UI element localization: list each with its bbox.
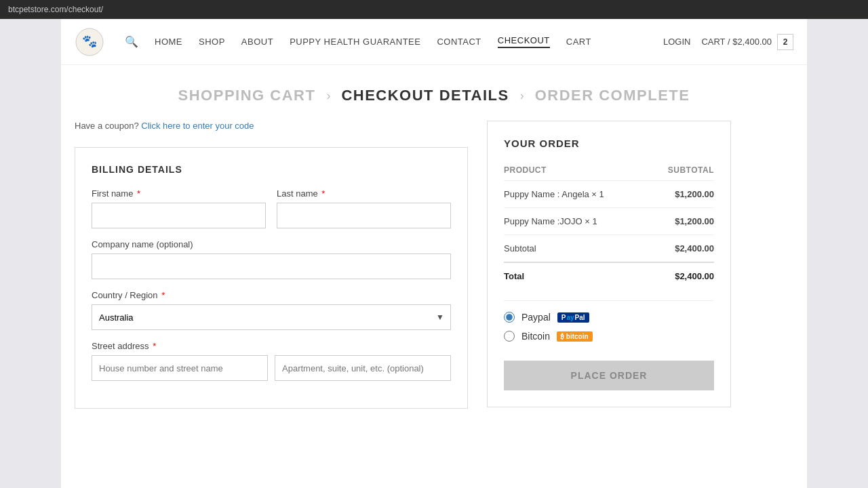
- item-1-name: Puppy Name : Angela × 1: [504, 181, 648, 208]
- item-1-price: $1,200.00: [648, 181, 714, 208]
- apartment-input[interactable]: [275, 355, 451, 381]
- item-2-price: $1,200.00: [648, 208, 714, 235]
- first-name-input[interactable]: [92, 203, 266, 228]
- company-name-group: Company name (optional): [92, 239, 451, 279]
- breadcrumb-checkout[interactable]: CHECKOUT DETAILS: [341, 87, 509, 104]
- country-select[interactable]: Australia United States United Kingdom C…: [92, 304, 451, 330]
- total-label: Total: [504, 262, 648, 289]
- last-name-group: Last name *: [277, 188, 451, 228]
- header-right: LOGIN CART / $2,400.00 2: [663, 34, 793, 50]
- coupon-link[interactable]: Click here to enter your code: [141, 121, 254, 131]
- cart-area[interactable]: CART / $2,400.00 2: [701, 34, 793, 50]
- breadcrumb: SHOPPING CART › CHECKOUT DETAILS › ORDER…: [61, 65, 807, 121]
- subtotal-value: $2,400.00: [648, 235, 714, 263]
- billing-title: BILLING DETAILS: [92, 164, 451, 175]
- bitcoin-label: Bitcoin: [521, 331, 550, 342]
- login-link[interactable]: LOGIN: [663, 37, 690, 47]
- nav-contact[interactable]: CONTACT: [437, 37, 481, 47]
- street-inputs: [92, 355, 451, 381]
- breadcrumb-complete[interactable]: ORDER COMPLETE: [535, 87, 690, 104]
- right-column: YOUR ORDER PRODUCT SUBTOTAL Puppy Name :…: [487, 121, 731, 409]
- street-required: *: [153, 341, 156, 351]
- coupon-text: Have a coupon?: [75, 121, 139, 131]
- search-icon[interactable]: 🔍: [125, 35, 138, 48]
- logo-icon: 🐾: [75, 27, 104, 57]
- subtotal-label: Subtotal: [504, 235, 648, 263]
- order-box: YOUR ORDER PRODUCT SUBTOTAL Puppy Name :…: [487, 121, 731, 407]
- nav-puppy-health[interactable]: PUPPY HEALTH GUARANTEE: [290, 37, 420, 47]
- company-name-input[interactable]: [92, 253, 451, 279]
- payment-option-paypal[interactable]: Paypal PayPal: [504, 312, 714, 323]
- bitcoin-badge-icon: ₿ bitcoin: [557, 331, 593, 342]
- total-row: Total $2,400.00: [504, 262, 714, 289]
- page-wrapper: 🐾 🔍 HOME SHOP ABOUT PUPPY HEALTH GUARANT…: [61, 19, 807, 488]
- order-table: PRODUCT SUBTOTAL Puppy Name : Angela × 1…: [504, 160, 714, 289]
- paypal-label: Paypal: [521, 312, 551, 323]
- col-product: PRODUCT: [504, 160, 648, 181]
- left-column: Have a coupon? Click here to enter your …: [75, 121, 468, 409]
- paypal-radio[interactable]: [504, 312, 515, 323]
- last-name-label: Last name *: [277, 188, 451, 199]
- svg-text:🐾: 🐾: [82, 34, 98, 49]
- nav-home[interactable]: HOME: [155, 37, 182, 47]
- table-row: Puppy Name :JOJO × 1 $1,200.00: [504, 208, 714, 235]
- total-value: $2,400.00: [648, 262, 714, 289]
- site-header: 🐾 🔍 HOME SHOP ABOUT PUPPY HEALTH GUARANT…: [61, 19, 807, 65]
- last-name-input[interactable]: [277, 203, 451, 228]
- main-nav: 🔍 HOME SHOP ABOUT PUPPY HEALTH GUARANTEE…: [125, 35, 663, 48]
- country-select-wrapper: Australia United States United Kingdom C…: [92, 304, 451, 330]
- billing-form: BILLING DETAILS First name * Last name *: [75, 147, 468, 409]
- last-name-required: *: [321, 188, 325, 199]
- company-name-label: Company name (optional): [92, 239, 451, 249]
- first-name-required: *: [137, 188, 140, 199]
- place-order-button[interactable]: PLACE ORDER: [504, 361, 714, 390]
- table-row: Puppy Name : Angela × 1 $1,200.00: [504, 181, 714, 208]
- nav-about[interactable]: ABOUT: [241, 37, 273, 47]
- col-subtotal: SUBTOTAL: [648, 160, 714, 181]
- street-number-input[interactable]: [92, 355, 268, 381]
- nav-cart[interactable]: CART: [566, 37, 591, 47]
- nav-shop[interactable]: SHOP: [199, 37, 225, 47]
- subtotal-row: Subtotal $2,400.00: [504, 235, 714, 263]
- breadcrumb-cart[interactable]: SHOPPING CART: [178, 87, 316, 104]
- order-title: YOUR ORDER: [504, 138, 714, 149]
- first-name-group: First name *: [92, 188, 266, 228]
- cart-count: 2: [777, 34, 793, 50]
- bitcoin-radio[interactable]: [504, 331, 515, 342]
- logo-area[interactable]: 🐾: [75, 27, 104, 57]
- country-group: Country / Region * Australia United Stat…: [92, 290, 451, 330]
- country-required: *: [161, 290, 165, 300]
- coupon-notice: Have a coupon? Click here to enter your …: [75, 121, 468, 131]
- nav-checkout[interactable]: CHECKOUT: [498, 35, 550, 48]
- country-label: Country / Region *: [92, 290, 451, 300]
- name-row: First name * Last name *: [92, 188, 451, 228]
- item-2-name: Puppy Name :JOJO × 1: [504, 208, 648, 235]
- paypal-badge-icon: PayPal: [557, 312, 589, 323]
- street-address-group: Street address *: [92, 341, 451, 381]
- cart-total: CART / $2,400.00: [701, 37, 772, 47]
- content-area: Have a coupon? Click here to enter your …: [61, 121, 807, 436]
- payment-section: Paypal PayPal Bitcoin ₿ bitcoin: [504, 300, 714, 342]
- street-address-label: Street address *: [92, 341, 451, 351]
- browser-bar: btcpetstore.com/checkout/: [0, 0, 868, 19]
- breadcrumb-chevron-1: ›: [326, 89, 330, 103]
- payment-option-bitcoin[interactable]: Bitcoin ₿ bitcoin: [504, 331, 714, 342]
- browser-url: btcpetstore.com/checkout/: [8, 5, 103, 14]
- breadcrumb-chevron-2: ›: [520, 89, 524, 103]
- first-name-label: First name *: [92, 188, 266, 199]
